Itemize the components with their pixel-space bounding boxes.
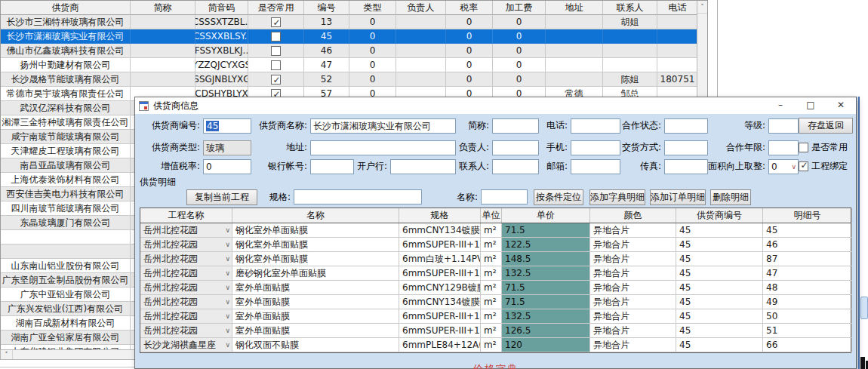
detail-column-header[interactable]: 工程名称: [140, 208, 232, 223]
scroll-left-icon[interactable]: ˂: [1, 350, 13, 359]
delivery-input[interactable]: [664, 140, 708, 155]
column-header[interactable]: 供货商: [1, 1, 131, 15]
supplier-row[interactable]: 长沙晟格节能玻璃有限公司CSSGJNBLYXGS52000陈姐180751: [1, 72, 707, 87]
supplier-id-input[interactable]: 45: [203, 118, 251, 134]
project-name-combo[interactable]: 岳州北控花园∨: [140, 252, 232, 266]
supplier-row[interactable]: 长沙市三湘特种玻璃有限公司CSSSXTZBL..13000胡姐: [1, 15, 707, 29]
abbr-input[interactable]: [492, 118, 539, 134]
project-name-combo[interactable]: 岳州北控花园∨: [140, 309, 232, 324]
project-name-combo[interactable]: 岳州北控花园∨: [140, 281, 232, 295]
unit-price-cell[interactable]: 132.5: [502, 309, 590, 324]
checkbox-icon[interactable]: [271, 46, 281, 56]
coop-years-input[interactable]: [768, 140, 799, 155]
locate-by-condition-button[interactable]: 按条件定位: [534, 189, 583, 205]
unit-price-cell[interactable]: 71.5: [502, 295, 590, 309]
address-input[interactable]: [310, 140, 456, 155]
minimize-button[interactable]: –: [765, 97, 796, 114]
grade-label: 等级:: [708, 119, 768, 132]
column-header[interactable]: 简称: [131, 1, 195, 15]
supplier-type-input[interactable]: 玻璃: [203, 140, 251, 155]
maximize-button[interactable]: □: [796, 97, 826, 114]
cell-common[interactable]: [248, 72, 304, 87]
checkbox-icon[interactable]: [271, 32, 281, 42]
unit-price-cell[interactable]: 71.5: [502, 281, 590, 295]
dialog-titlebar[interactable]: 供货商信息 – □ ✕: [135, 97, 856, 114]
column-header[interactable]: 加工费: [493, 1, 546, 15]
cell-name: 广东中亚铝业有限公司: [1, 288, 131, 302]
supplier-name-input[interactable]: 长沙市潇湘玻璃实业有限公司: [310, 118, 456, 134]
detail-cell: 45: [676, 309, 763, 324]
detail-cell: m²: [481, 266, 502, 281]
delete-detail-button[interactable]: 删除明细: [710, 189, 751, 205]
unit-price-cell[interactable]: 122.5: [502, 238, 590, 252]
grade-input[interactable]: [768, 118, 799, 134]
add-dict-detail-button[interactable]: 添加字典明细: [589, 189, 645, 205]
detail-column-header[interactable]: 规格: [399, 208, 481, 223]
add-order-detail-button[interactable]: 添加订单明细: [650, 189, 706, 205]
checkbox-checked-icon[interactable]: [271, 17, 281, 27]
bank-account-input[interactable]: [310, 159, 354, 174]
price-dict-link[interactable]: 价格字典: [140, 363, 851, 369]
contact-input[interactable]: [492, 159, 539, 174]
cell-common[interactable]: [248, 44, 304, 58]
checkbox-icon[interactable]: [271, 60, 281, 70]
unit-price-cell[interactable]: 120: [502, 338, 590, 352]
background-scrollbar-thumb[interactable]: [860, 297, 868, 319]
project-name-value: 岳州北控花园: [143, 252, 198, 266]
project-bind-checkbox[interactable]: 工程绑定: [799, 160, 853, 173]
detail-cell: 钢化室外单面贴膜: [232, 238, 399, 252]
cell-common[interactable]: [248, 15, 304, 29]
save-return-button[interactable]: 存盘返回: [799, 118, 853, 134]
project-name-combo[interactable]: 岳州北控花园∨: [140, 295, 232, 309]
project-name-combo[interactable]: 岳州北控花园∨: [140, 223, 232, 238]
coop-status-input[interactable]: [664, 118, 708, 134]
detail-column-header[interactable]: 单价: [502, 208, 590, 223]
bank-branch-input[interactable]: [390, 159, 456, 174]
common-checkbox[interactable]: 是否常用: [799, 141, 853, 154]
supplier-row[interactable]: 佛山市亿鑫玻璃科技有限公司FSSYXBLKJ..46000: [1, 44, 707, 58]
cell-name: 扬州中勤建材有限公司: [1, 58, 131, 72]
column-header[interactable]: 地址: [546, 1, 603, 15]
column-header[interactable]: 税率: [446, 1, 493, 15]
detail-cell: 6mmSUPER-III+12A(硅...: [399, 266, 481, 281]
supplier-row[interactable]: 长沙市潇湘玻璃实业有限公司CSSXXBLSY..45000: [1, 29, 707, 44]
column-header[interactable]: 负责人: [396, 1, 446, 15]
column-header[interactable]: 联系人: [603, 1, 657, 15]
column-header[interactable]: 简音码: [195, 1, 248, 15]
project-name-combo[interactable]: 岳州北控花园∨: [140, 324, 232, 338]
detail-column-header[interactable]: 供货商编号: [676, 208, 763, 223]
close-button[interactable]: ✕: [826, 97, 856, 114]
detail-column-header[interactable]: 颜色: [590, 208, 676, 223]
spec-filter-input[interactable]: [294, 189, 422, 204]
manager-input[interactable]: [492, 140, 539, 155]
unit-price-cell[interactable]: 132.5: [502, 266, 590, 281]
name-filter-input[interactable]: [481, 189, 528, 204]
column-header[interactable]: 类型: [349, 1, 396, 15]
vat-input[interactable]: 0: [203, 159, 251, 174]
column-header[interactable]: 编号: [304, 1, 349, 15]
cell-common[interactable]: [248, 29, 304, 44]
scroll-up-icon[interactable]: ˄: [697, 1, 707, 14]
round-up-combo[interactable]: 0 ∨: [768, 159, 799, 174]
fax-input[interactable]: [664, 159, 708, 174]
unit-price-cell[interactable]: 126.5: [502, 324, 590, 338]
column-header[interactable]: 是否常用: [248, 1, 304, 15]
detail-column-header[interactable]: 单位: [481, 208, 502, 223]
checkbox-checked-icon[interactable]: [271, 75, 281, 85]
detail-cell: 异地合片: [590, 252, 676, 266]
detail-column-header[interactable]: 明细号: [763, 208, 852, 223]
supplier-row[interactable]: 扬州中勤建材有限公司YZZQJCYXGS47000: [1, 58, 707, 72]
project-name-combo[interactable]: 岳州北控花园∨: [140, 266, 232, 281]
cell-manager: [396, 58, 446, 72]
column-header[interactable]: 电话: [657, 1, 698, 15]
project-name-combo[interactable]: 长沙龙湖祺鑫星座∨: [140, 338, 232, 352]
mobile-input[interactable]: [571, 140, 620, 155]
cell-common[interactable]: [248, 58, 304, 72]
copy-current-project-button[interactable]: 复制当前工程: [186, 189, 257, 205]
project-name-combo[interactable]: 岳州北控花园∨: [140, 238, 232, 252]
email-input[interactable]: [571, 159, 620, 174]
unit-price-cell[interactable]: 71.5: [502, 223, 590, 238]
phone-input[interactable]: [571, 118, 620, 134]
detail-column-header[interactable]: 名称: [232, 208, 399, 223]
unit-price-cell[interactable]: 148.5: [502, 252, 590, 266]
